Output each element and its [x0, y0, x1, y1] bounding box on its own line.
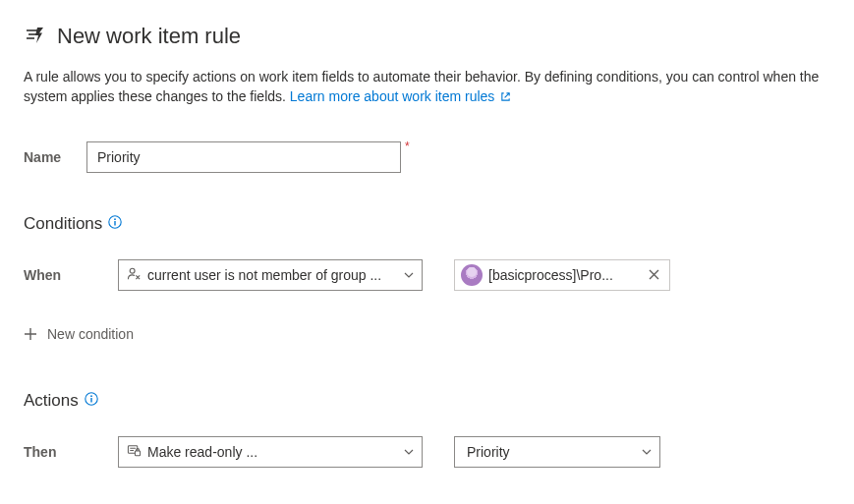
required-asterisk: * [405, 140, 410, 153]
add-condition-button[interactable]: New condition [24, 326, 830, 342]
actions-title: Actions [24, 391, 79, 411]
page-description: A rule allows you to specify actions on … [24, 67, 829, 108]
add-condition-label: New condition [47, 326, 134, 342]
action-select-value: Make read-only ... [147, 444, 394, 460]
svg-point-9 [90, 395, 92, 397]
info-icon[interactable] [85, 392, 98, 409]
conditions-title: Conditions [24, 214, 102, 234]
name-input[interactable] [86, 141, 401, 173]
svg-point-5 [114, 218, 116, 220]
field-select-value: Priority [467, 444, 632, 460]
then-label: Then [24, 444, 86, 460]
page-title: New work item rule [57, 24, 241, 49]
svg-rect-12 [135, 451, 140, 456]
svg-rect-6 [115, 221, 116, 226]
external-link-icon [500, 87, 511, 107]
condition-select-value: current user is not member of group ... [147, 267, 394, 283]
svg-point-7 [130, 268, 135, 273]
chevron-down-icon [642, 444, 652, 460]
when-label: When [24, 267, 86, 283]
person-x-icon [127, 266, 142, 284]
condition-select[interactable]: current user is not member of group ... [118, 259, 423, 291]
group-avatar-icon [461, 264, 483, 286]
rule-icon [24, 25, 47, 48]
chevron-down-icon [404, 267, 414, 283]
chevron-down-icon [404, 444, 414, 460]
group-chip[interactable]: [basicprocess]\Pro... [454, 259, 670, 291]
field-select[interactable]: Priority [454, 436, 660, 468]
action-select[interactable]: Make read-only ... [118, 436, 423, 468]
remove-chip-button[interactable] [645, 263, 663, 287]
name-label: Name [24, 149, 86, 165]
group-chip-text: [basicprocess]\Pro... [488, 267, 639, 283]
svg-rect-10 [90, 398, 91, 403]
plus-icon [24, 327, 37, 341]
info-icon[interactable] [108, 215, 122, 232]
readonly-icon [127, 443, 142, 461]
learn-more-link[interactable]: Learn more about work item rules [290, 88, 511, 104]
